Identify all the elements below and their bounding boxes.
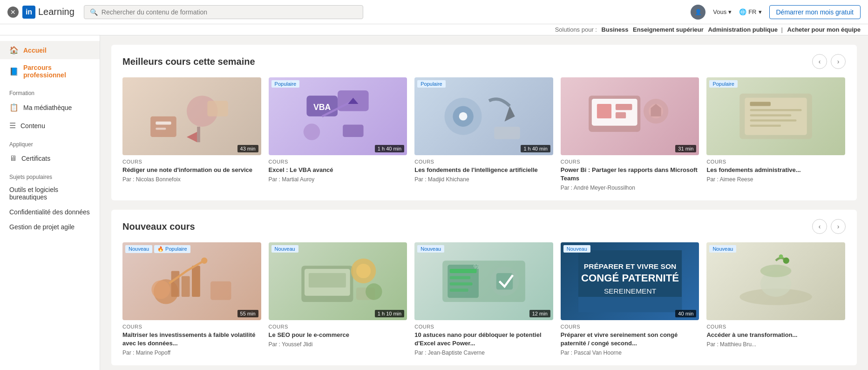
course-author-3: Par : Madjid Khichane: [414, 176, 553, 183]
svg-point-44: [366, 283, 382, 300]
svg-point-32: [151, 280, 170, 299]
new-course-card-3[interactable]: % Nouveau 12 min COURS 10 astuces nano p…: [414, 242, 553, 356]
solution-business[interactable]: Business: [602, 26, 629, 33]
close-button[interactable]: ✕: [7, 7, 19, 18]
new-course-illustration-4: PRÉPARER ET VIVRE SON CONGÉ PATERNITÉ SE…: [575, 250, 685, 312]
top-course-card-4[interactable]: 31 min COURS Power Bi : Partager les rap…: [561, 77, 699, 191]
avatar[interactable]: 👤: [691, 5, 705, 20]
new-courses-grid: Nouveau 🔥 Populaire 55 min COURS Maîtris…: [122, 242, 846, 356]
main-content: Meilleurs cours cette semaine ‹ ›: [100, 35, 868, 370]
monitor-icon: 🖥: [9, 154, 17, 163]
new-courses-title: Nouveaux cours: [122, 221, 195, 232]
svg-rect-47: [450, 269, 477, 273]
course-type-3: COURS: [414, 159, 553, 164]
new-course-card-4[interactable]: PRÉPARER ET VIVRE SON CONGÉ PATERNITÉ SE…: [561, 242, 699, 356]
badge-nouveau-n3: Nouveau: [417, 245, 444, 253]
solutions-label: Solutions pour :: [555, 26, 597, 33]
course-title-3: Les fondements de l'intelligence artific…: [414, 166, 553, 174]
course-type-2: COURS: [269, 159, 407, 164]
menu-icon: ☰: [9, 121, 16, 130]
new-course-title-2: Le SEO pour le e-commerce: [269, 331, 407, 339]
new-courses-section: Nouveaux cours ‹ ›: [111, 210, 857, 365]
search-input[interactable]: [102, 8, 357, 16]
new-course-title-5: Accéder à une transformation...: [706, 331, 845, 339]
svg-rect-30: [750, 124, 781, 126]
sidebar-link-confidentialite[interactable]: Confidentialité des données: [0, 205, 100, 219]
book-icon: 📘: [9, 67, 19, 76]
svg-rect-0: [150, 116, 176, 137]
sidebar-item-accueil[interactable]: 🏠 Accueil: [0, 41, 100, 59]
main-layout: 🏠 Accueil 📘 Parcours professionnel Forma…: [0, 35, 868, 370]
svg-rect-21: [615, 112, 625, 118]
svg-rect-58: [578, 297, 681, 312]
start-trial-button[interactable]: Démarrer mon mois gratuit: [769, 5, 861, 19]
sidebar-item-parcours[interactable]: 📘 Parcours professionnel: [0, 59, 100, 83]
new-course-author-5: Par : Matthieu Bru...: [706, 341, 845, 348]
globe-icon: 🌐: [739, 8, 746, 15]
prev-top-courses[interactable]: ‹: [812, 54, 827, 69]
course-illustration-3: [428, 85, 539, 147]
new-course-card-2[interactable]: Nouveau 1 h 10 min COURS Le SEO pour le …: [269, 242, 407, 356]
svg-rect-1: [156, 121, 171, 124]
badges-new-5: Nouveau: [709, 245, 736, 253]
svg-rect-6: [207, 101, 228, 116]
language-menu[interactable]: 🌐 FR ▾: [739, 8, 761, 15]
svg-rect-48: [450, 276, 470, 279]
prev-new-courses[interactable]: ‹: [812, 219, 827, 234]
sub-nav: Solutions pour : Business Enseignement s…: [0, 24, 868, 35]
badge-nouveau-n4: Nouveau: [563, 245, 590, 253]
sidebar-label-certificats: Certificats: [21, 155, 50, 162]
next-top-courses[interactable]: ›: [831, 54, 846, 69]
chevron-down-icon: ▾: [728, 8, 732, 15]
top-course-card-1[interactable]: 43 min COURS Rédiger une note d'informat…: [122, 77, 261, 191]
avatar-icon: 👤: [695, 9, 702, 15]
top-course-card-2[interactable]: VBA Populaire 1 h 40 min: [269, 77, 407, 191]
section-title-formation: Formation: [0, 83, 100, 98]
solution-admin[interactable]: Administration publique: [708, 26, 778, 33]
svg-rect-19: [597, 104, 611, 118]
solution-acheter[interactable]: Acheter pour mon équipe: [787, 26, 861, 33]
new-courses-nav: ‹ ›: [812, 219, 846, 234]
svg-rect-4: [197, 127, 200, 142]
top-nav: ✕ in Learning 🔍 👤 Vous ▾ 🌐 FR ▾ Démarrer…: [0, 0, 868, 24]
top-courses-title: Meilleurs cours cette semaine: [122, 56, 255, 67]
svg-rect-20: [615, 104, 632, 110]
svg-text:%: %: [474, 263, 479, 270]
list-icon: 📋: [9, 103, 19, 112]
new-course-title-3: 10 astuces nano pour débloquer le potent…: [414, 331, 553, 348]
course-thumb-3: Populaire 1 h 40 min: [414, 77, 553, 155]
svg-point-61: [760, 265, 792, 277]
sidebar-item-contenu[interactable]: ☰ Contenu: [0, 116, 100, 135]
svg-text:CONGÉ PATERNITÉ: CONGÉ PATERNITÉ: [581, 272, 679, 283]
course-type-5: COURS: [706, 159, 845, 164]
top-course-card-3[interactable]: Populaire 1 h 40 min COURS Les fondement…: [414, 77, 553, 191]
solution-enseignement[interactable]: Enseignement supérieur: [633, 26, 704, 33]
badges-new-1: Nouveau 🔥 Populaire: [125, 245, 190, 253]
new-course-author-3: Par : Jean-Baptiste Caverne: [414, 349, 553, 356]
next-new-courses[interactable]: ›: [831, 219, 846, 234]
user-menu[interactable]: Vous ▾: [713, 8, 732, 15]
badges-new-2: Nouveau: [271, 245, 298, 253]
linkedin-icon: in: [22, 6, 35, 19]
sidebar-item-certificats[interactable]: 🖥 Certificats: [0, 150, 100, 167]
search-bar[interactable]: 🔍: [84, 5, 363, 19]
new-duration-3: 12 min: [529, 310, 550, 317]
sidebar-link-outils[interactable]: Outils et logiciels bureautiques: [0, 182, 100, 205]
svg-text:PRÉPARER ET VIVRE SON: PRÉPARER ET VIVRE SON: [583, 262, 676, 270]
logo-area: in Learning: [22, 6, 75, 19]
svg-rect-28: [750, 114, 792, 116]
new-duration-4: 40 min: [675, 310, 696, 317]
badges-new-3: Nouveau: [417, 245, 444, 253]
new-course-card-1[interactable]: Nouveau 🔥 Populaire 55 min COURS Maîtris…: [122, 242, 261, 356]
svg-rect-33: [171, 271, 179, 297]
sidebar-link-gestion[interactable]: Gestion de projet agile: [0, 219, 100, 234]
new-course-card-5[interactable]: Nouveau COURS Accéder à une transformati…: [706, 242, 845, 356]
top-courses-section: Meilleurs cours cette semaine ‹ ›: [111, 45, 857, 200]
svg-text:SEREINEMENT: SEREINEMENT: [604, 287, 656, 295]
new-course-title-4: Préparer et vivre sereinement son congé …: [561, 331, 699, 348]
new-course-illustration-2: [282, 250, 393, 312]
top-course-card-5[interactable]: Populaire COURS Les fondements administr…: [706, 77, 845, 191]
svg-rect-12: [343, 124, 364, 137]
sidebar-item-mediatheque[interactable]: 📋 Ma médiathèque: [0, 98, 100, 116]
new-course-thumb-2: Nouveau 1 h 10 min: [269, 242, 407, 320]
